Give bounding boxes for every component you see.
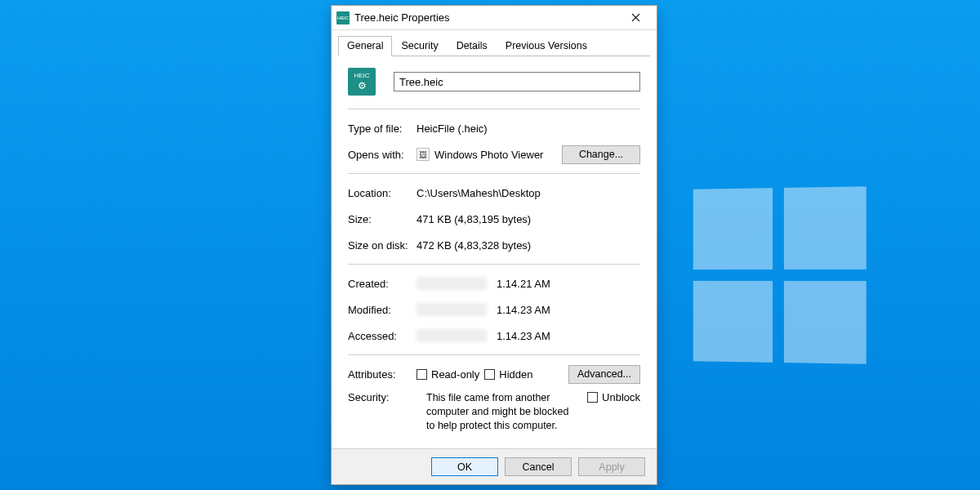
tab-general[interactable]: General: [338, 36, 392, 56]
close-button[interactable]: [619, 7, 652, 29]
window-title: Tree.heic Properties: [354, 11, 619, 24]
location-label: Location:: [348, 187, 416, 199]
tab-security[interactable]: Security: [392, 36, 447, 56]
windows-logo: [693, 186, 866, 364]
created-date-redacted: [416, 277, 487, 290]
ok-button[interactable]: OK: [431, 457, 498, 476]
properties-dialog: HEIC Tree.heic Properties General Securi…: [331, 5, 657, 485]
accessed-date-redacted: [416, 329, 487, 342]
created-time: 1.14.21 AM: [497, 278, 550, 290]
type-of-file-value: HeicFile (.heic): [416, 122, 640, 135]
modified-label: Modified:: [348, 304, 416, 316]
tab-previous-versions[interactable]: Previous Versions: [497, 36, 596, 56]
cancel-button[interactable]: Cancel: [505, 457, 572, 476]
dialog-footer: OK Cancel Apply: [332, 448, 657, 484]
tab-strip: General Security Details Previous Versio…: [338, 35, 650, 56]
readonly-checkbox[interactable]: Read-only: [416, 368, 479, 381]
hidden-checkbox[interactable]: Hidden: [484, 368, 532, 381]
opens-with-label: Opens with:: [348, 149, 416, 161]
heic-icon: HEIC: [336, 11, 350, 24]
type-of-file-label: Type of file:: [348, 122, 416, 135]
apply-button[interactable]: Apply: [578, 457, 645, 476]
photo-viewer-icon: 🖼: [416, 148, 430, 161]
attributes-label: Attributes:: [348, 368, 416, 381]
file-type-icon: HEIC⚙: [348, 68, 376, 96]
tab-panel-general: HEIC⚙ Type of file: HeicFile (.heic) Ope…: [332, 56, 657, 448]
accessed-label: Accessed:: [348, 330, 416, 342]
advanced-button[interactable]: Advanced...: [568, 365, 640, 384]
tab-details[interactable]: Details: [448, 36, 497, 56]
security-text: This file came from another computer and…: [426, 391, 577, 433]
unblock-checkbox[interactable]: Unblock: [587, 391, 640, 403]
size-value: 471 KB (4,83,195 bytes): [416, 213, 640, 225]
location-value: C:\Users\Mahesh\Desktop: [416, 187, 640, 199]
opens-with-value: Windows Photo Viewer: [434, 149, 543, 161]
size-on-disk-label: Size on disk:: [348, 239, 416, 252]
change-button[interactable]: Change...: [562, 145, 640, 164]
created-label: Created:: [348, 278, 416, 290]
modified-time: 1.14.23 AM: [497, 304, 550, 316]
modified-date-redacted: [416, 303, 487, 316]
size-label: Size:: [348, 213, 416, 225]
titlebar: HEIC Tree.heic Properties: [332, 6, 657, 30]
security-label: Security:: [348, 391, 416, 403]
filename-input[interactable]: [394, 72, 640, 91]
accessed-time: 1.14.23 AM: [497, 330, 550, 342]
size-on-disk-value: 472 KB (4,83,328 bytes): [416, 239, 640, 252]
